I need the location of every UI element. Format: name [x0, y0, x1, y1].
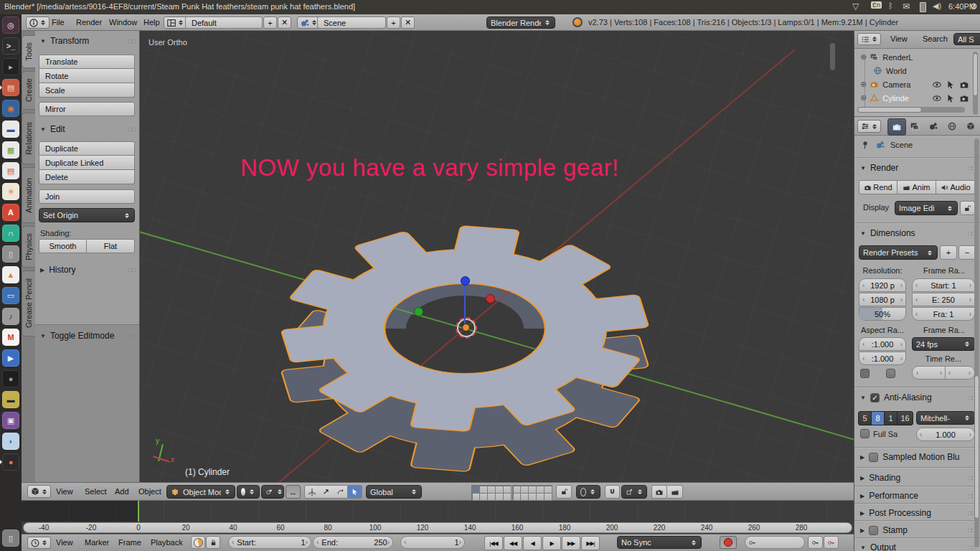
jump-to-start-button[interactable]: |◀◀ — [484, 536, 503, 550]
crop-checkbox[interactable] — [886, 369, 895, 378]
duplicate-button[interactable]: Duplicate — [39, 141, 135, 156]
auto-keyframe-record-button[interactable] — [720, 536, 737, 549]
add-preset-button[interactable]: + — [940, 245, 957, 260]
time-remap-steppers[interactable]: ‹› ‹› — [912, 366, 975, 380]
launcher-icon-gmail[interactable]: M — [2, 329, 19, 346]
transform-orientation-select[interactable]: Global — [366, 485, 422, 499]
network-icon[interactable]: ▽ — [852, 1, 859, 11]
lock-to-scene-button[interactable] — [556, 485, 572, 499]
launcher-icon-webcam[interactable]: ● — [2, 370, 19, 387]
aa-samples-8[interactable]: 8 — [871, 411, 885, 425]
stamp-checkbox[interactable] — [869, 526, 878, 535]
rotate-button[interactable]: Rotate — [39, 69, 135, 83]
play-reverse-button[interactable]: ◀ — [523, 536, 542, 550]
panel-grip[interactable]: ∷∷ — [127, 37, 135, 45]
vscrollbar-thumb[interactable] — [973, 53, 978, 96]
panel-header-shading[interactable]: ▶ Shading ∷∷ — [860, 473, 975, 483]
tab-object[interactable] — [962, 118, 979, 134]
shade-smooth-button[interactable]: Smooth — [39, 239, 87, 253]
menu-search-outliner[interactable]: Search — [923, 34, 948, 43]
opengl-render-anim-button[interactable] — [667, 485, 683, 499]
editor-type-button-3dview[interactable] — [27, 485, 51, 498]
frame-end-field-props[interactable]: ‹E: 250› — [912, 293, 975, 306]
selectable-cursor-icon[interactable] — [946, 93, 956, 103]
session-gear-icon[interactable]: ⚙ — [970, 1, 978, 11]
launcher-icon-impress[interactable]: ▤ — [2, 162, 19, 179]
add-layout-button[interactable]: + — [263, 17, 277, 29]
editor-type-button-timeline[interactable] — [27, 537, 51, 549]
keyboard-layout-indicator[interactable]: En — [871, 1, 882, 9]
battery-icon[interactable] — [920, 2, 926, 12]
properties-vscrollbar-thumb[interactable] — [974, 375, 979, 519]
tab-create[interactable]: Create — [22, 71, 35, 110]
expand-icon[interactable]: ⊕ — [860, 80, 867, 89]
snap-element-select[interactable] — [621, 485, 647, 499]
aspect-y-field[interactable]: ‹:1.000› — [859, 352, 906, 365]
tab-relations[interactable]: Relations — [22, 113, 35, 164]
launcher-icon-dash-home[interactable]: ◎ — [2, 17, 19, 34]
expand-icon[interactable]: ⊕ — [860, 52, 867, 62]
frame-start-field-props[interactable]: ‹Start: 1› — [912, 278, 975, 292]
launcher-icon-writer[interactable]: ▬ — [2, 121, 19, 138]
selectable-cursor-icon[interactable] — [946, 80, 956, 90]
render-audio-button[interactable]: Audio — [936, 180, 976, 194]
manipulate-center-points-button[interactable]: ↔ — [286, 485, 301, 499]
mail-icon[interactable]: ✉ — [903, 1, 910, 11]
play-button[interactable]: ▶ — [542, 536, 561, 550]
tab-scene[interactable] — [925, 118, 942, 134]
tab-grease-pencil[interactable]: Grease Pencil — [22, 270, 35, 336]
next-keyframe-button[interactable]: ▶▶ — [562, 536, 580, 550]
pin-icon[interactable] — [860, 140, 870, 150]
launcher-icon-software-center[interactable]: ✳ — [2, 183, 19, 200]
launcher-icon-terminal[interactable]: >_ — [2, 37, 19, 55]
shade-flat-button[interactable]: Flat — [87, 239, 135, 253]
close-layout-button[interactable]: ✕ — [278, 17, 291, 29]
display-mode-select[interactable]: Image Edi — [895, 201, 958, 215]
aa-samples-1[interactable]: 1 — [884, 411, 897, 425]
rotate-manipulator-button[interactable] — [333, 485, 348, 499]
tab-tools[interactable]: Tools — [22, 35, 35, 68]
menu-select[interactable]: Select — [85, 487, 107, 496]
aa-samples-16[interactable]: 16 — [897, 411, 913, 425]
editor-type-button[interactable] — [26, 17, 50, 29]
launcher-icon-files[interactable]: ▤ — [2, 79, 19, 96]
tab-render-layers[interactable] — [906, 118, 923, 134]
menu-view-timeline[interactable]: View — [56, 538, 73, 547]
tab-render-properties[interactable] — [887, 118, 906, 136]
panel-header-antialiasing[interactable]: ▼ ✓ Anti-Aliasing ∷∷ — [860, 392, 975, 402]
scale-manipulator-button[interactable] — [347, 485, 362, 499]
outliner-item-world[interactable]: World — [854, 64, 980, 77]
tab-animation[interactable]: Animation — [22, 167, 35, 223]
launcher-icon-game-car[interactable]: ▬ — [2, 391, 19, 408]
launcher-icon-pigeon[interactable]: ◗ — [2, 433, 19, 450]
bluetooth-icon[interactable]: ᛒ — [888, 1, 893, 10]
scale-button[interactable]: Scale — [39, 83, 135, 98]
scene-field[interactable]: Scene — [317, 17, 386, 29]
display-lock-button[interactable] — [960, 201, 975, 215]
launcher-icon-music[interactable]: ∩ — [2, 225, 19, 242]
viewport-scroll-nub[interactable] — [830, 43, 835, 70]
current-frame-field[interactable]: ‹1› — [400, 536, 465, 549]
menu-view[interactable]: View — [56, 487, 73, 496]
mirror-button[interactable]: Mirror — [39, 102, 135, 116]
panel-header-last-operator[interactable]: ▼ Toggle Editmode ∷∷ — [40, 331, 135, 341]
editor-type-button-properties[interactable] — [857, 120, 881, 133]
layers-grid-1[interactable] — [471, 485, 512, 501]
panel-header-motion-blur[interactable]: ▶ Sampled Motion Blu — [860, 452, 975, 462]
launcher-icon-print-music[interactable]: ♪ — [2, 308, 19, 325]
panel-header-transform[interactable]: ▼ Transform ∷∷ — [40, 36, 135, 46]
tab-world[interactable] — [943, 118, 961, 134]
outliner-item-cylinder[interactable]: ⊕ Cylinde — [854, 91, 980, 105]
outliner-item-camera[interactable]: ⊕ Camera — [854, 77, 980, 91]
launcher-icon-calc[interactable]: ▦ — [2, 141, 19, 159]
duplicate-linked-button[interactable]: Duplicate Linked — [39, 156, 135, 170]
manipulator-x-handle[interactable] — [486, 294, 495, 303]
translate-manipulator-button[interactable]: ↗ — [319, 485, 334, 499]
outliner-display-filter-select[interactable]: All S — [953, 33, 980, 45]
editor-type-button-outliner[interactable] — [857, 33, 881, 45]
timeline-scrollbar-ruler[interactable]: -40 -20 0 20 40 60 80 100 120 140 160 18… — [23, 522, 852, 533]
renderable-camera-icon[interactable] — [959, 93, 969, 103]
pivot-point-select[interactable] — [261, 485, 284, 499]
resolution-y-field[interactable]: ‹1080 p› — [859, 293, 906, 306]
menu-marker[interactable]: Marker — [85, 538, 109, 547]
